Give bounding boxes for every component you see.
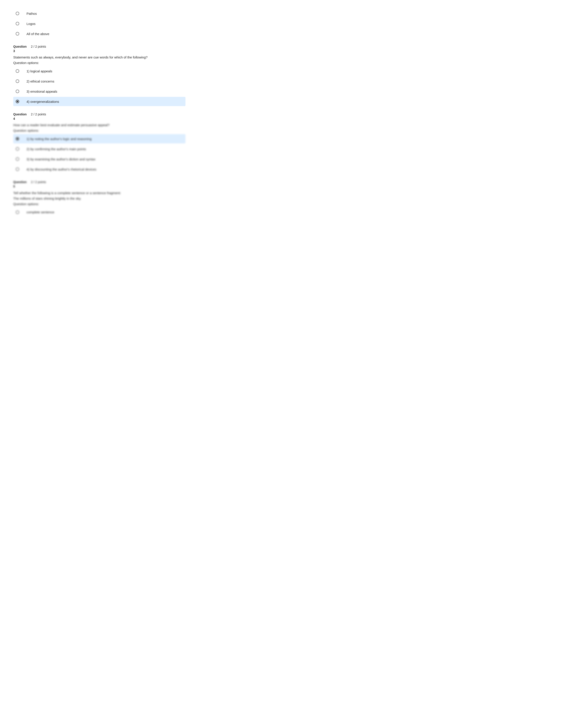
radio3-4[interactable] [15, 99, 20, 104]
question5-text: Tell whether the following is a complete… [13, 191, 185, 195]
question3-options-label: Question options: [13, 61, 185, 65]
option4-label-1: 1) by noting the author's logic and reas… [26, 137, 92, 141]
radio3-2[interactable] [15, 79, 20, 84]
radio4-3[interactable] [15, 157, 20, 161]
question5-number: Question5 [13, 180, 31, 189]
question5-options: complete sentence [13, 208, 185, 217]
option-label-pathos: Pathos [26, 12, 37, 15]
option3-row-3[interactable]: 3) emotional appeals [13, 87, 185, 96]
question5-header: Question5 2 / 2 points [13, 180, 185, 189]
question5-sentence: The millions of stars shining brightly i… [13, 197, 185, 200]
radio-circle3-3 [16, 90, 19, 93]
radio4-1[interactable] [15, 136, 20, 141]
question3-text: Statements such as always, everybody, an… [13, 55, 185, 59]
question4-options: 1) by noting the author's logic and reas… [13, 134, 185, 174]
radio-circle4-3 [16, 157, 19, 161]
option3-row-1[interactable]: 1) logical appeals [13, 66, 185, 76]
option3-row-4[interactable]: 4) overgeneralizations [13, 97, 185, 106]
question4-points: 2 / 2 points [31, 112, 46, 117]
radio-circle-logos [16, 22, 19, 25]
question3-options: 1) logical appeals 2) ethical concerns 3… [13, 66, 185, 106]
option3-label-3: 3) emotional appeals [26, 90, 57, 93]
option3-row-2[interactable]: 2) ethical concerns [13, 77, 185, 86]
option3-label-2: 2) ethical concerns [26, 79, 54, 83]
radio-circle-pathos [16, 12, 19, 15]
radio-circle3-4 [16, 100, 19, 103]
radio-circle-all-above [16, 32, 19, 36]
question4-text: How can a reader best evaluate and estim… [13, 123, 185, 127]
question5-points: 2 / 2 points [31, 180, 46, 184]
question4-header: Question4 2 / 2 points [13, 112, 185, 121]
radio-logos[interactable] [15, 21, 20, 26]
option-label-all-above: All of the above [26, 32, 49, 36]
option4-row-3[interactable]: 3) by examining the author's diction and… [13, 154, 185, 164]
radio4-4[interactable] [15, 167, 20, 172]
radio-pathos[interactable] [15, 11, 20, 16]
option4-label-3: 3) by examining the author's diction and… [26, 157, 95, 161]
question3-header: Question3 2 / 2 points [13, 45, 185, 53]
radio3-3[interactable] [15, 89, 20, 94]
option4-row-2[interactable]: 2) by confirming the author's main point… [13, 144, 185, 154]
option4-label-2: 2) by confirming the author's main point… [26, 147, 86, 151]
option5-row-1[interactable]: complete sentence [13, 208, 185, 217]
radio-circle3-2 [16, 79, 19, 83]
radio-circle4-2 [16, 147, 19, 151]
radio-all-above[interactable] [15, 31, 20, 36]
question5-options-label: Question options: [13, 202, 185, 206]
previous-question-options: Pathos Logos All of the above [13, 9, 185, 38]
option4-label-4: 4) by discounting the author's rhetorica… [26, 167, 96, 171]
option-row-logos[interactable]: Logos [13, 19, 185, 28]
question4-number: Question4 [13, 112, 31, 121]
question3-number: Question3 [13, 45, 31, 53]
question3-points: 2 / 2 points [31, 45, 46, 49]
option4-row-1[interactable]: 1) by noting the author's logic and reas… [13, 134, 185, 143]
option-row-pathos[interactable]: Pathos [13, 9, 185, 18]
radio-circle4-1 [16, 137, 19, 141]
option-label-logos: Logos [26, 22, 36, 26]
radio-circle3-1 [16, 69, 19, 73]
radio-circle5-1 [16, 210, 19, 214]
option5-label-1: complete sentence [26, 210, 54, 214]
radio-circle4-4 [16, 167, 19, 171]
question4-options-label: Question options: [13, 129, 185, 132]
option-row-all-above[interactable]: All of the above [13, 29, 185, 38]
option3-label-1: 1) logical appeals [26, 69, 52, 73]
radio4-2[interactable] [15, 146, 20, 151]
option3-label-4: 4) overgeneralizations [26, 100, 59, 103]
option4-row-4[interactable]: 4) by discounting the author's rhetorica… [13, 165, 185, 174]
radio5-1[interactable] [15, 210, 20, 215]
radio3-1[interactable] [15, 69, 20, 73]
